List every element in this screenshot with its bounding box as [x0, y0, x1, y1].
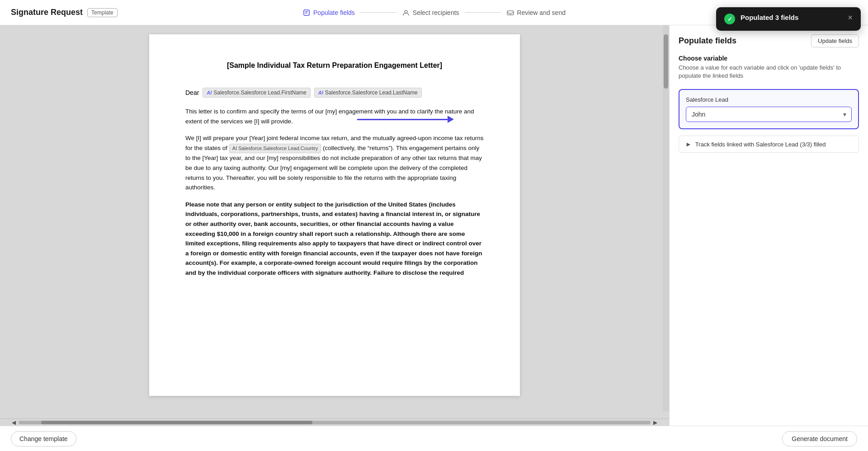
toast-content: Populated 3 fields [741, 14, 842, 21]
step-recipients[interactable]: Select recipients [402, 9, 459, 17]
toast-success-icon: ✓ [724, 14, 735, 24]
step-recipients-label: Select recipients [413, 9, 459, 16]
toast-close-button[interactable]: × [848, 14, 853, 22]
step-connector-2 [465, 12, 501, 13]
step-connector-1 [360, 12, 396, 13]
main: [Sample Individual Tax Return Preparatio… [0, 25, 868, 426]
document-area: [Sample Individual Tax Return Preparatio… [0, 25, 669, 426]
track-fields-text: Track fields linked with Salesforce Lead… [695, 141, 826, 148]
doc-scroll-container[interactable]: [Sample Individual Tax Return Preparatio… [0, 25, 669, 418]
para3-text: Please note that any person or entity su… [185, 201, 482, 276]
hscroll-thumb[interactable] [41, 421, 312, 424]
track-chevron-icon: ► [685, 141, 692, 148]
document-page: [Sample Individual Tax Return Preparatio… [149, 34, 520, 396]
template-badge: Template [87, 8, 118, 17]
svg-point-3 [405, 10, 407, 13]
doc-title: [Sample Individual Tax Return Preparatio… [185, 61, 484, 70]
toast-title: Populated 3 fields [741, 14, 842, 21]
hscroll-track[interactable] [19, 421, 651, 424]
ai-icon-lastname: AI [318, 90, 323, 95]
dear-label: Dear [185, 89, 199, 96]
vscroll-thumb[interactable] [664, 34, 668, 89]
field-firstname-label: Salesforce.Salesforce Lead.FirstName [213, 89, 306, 96]
choose-variable-title: Choose variable [679, 55, 859, 62]
toast-notification: ✓ Populated 3 fields × [716, 7, 861, 31]
step-populate-label: Populate fields [313, 9, 355, 16]
track-fields-row[interactable]: ► Track fields linked with Salesforce Le… [679, 136, 859, 153]
review-icon [506, 9, 514, 17]
horizontal-scrollbar[interactable]: ◀ ▶ [0, 418, 669, 426]
ai-icon-country: AI [232, 145, 237, 153]
choose-variable-desc: Choose a value for each variable and cli… [679, 64, 859, 80]
vertical-scrollbar[interactable] [663, 25, 669, 411]
doc-para-3: Please note that any person or entity su… [185, 200, 484, 278]
update-fields-button[interactable]: Update fields [811, 34, 859, 47]
step-review-label: Review and send [517, 9, 566, 16]
choose-variable-section: Choose variable Choose a value for each … [679, 55, 859, 80]
doc-para-2: We [I] will prepare your [Year] joint fe… [185, 133, 484, 193]
right-panel: Populate fields Update fields Choose var… [669, 25, 868, 426]
field-country-label: Salesforce.Salesforce Lead.Country [238, 145, 318, 153]
populate-icon [302, 9, 311, 17]
field-lastname-label: Salesforce.Salesforce Lead.LastName [325, 89, 418, 96]
doc-para-1: This letter is to confirm and specify th… [185, 107, 484, 126]
svg-rect-0 [304, 10, 309, 15]
field-chip-lastname: AI Salesforce.Salesforce Lead.LastName [314, 88, 422, 98]
hscroll-left-btn[interactable]: ◀ [9, 419, 19, 426]
generate-document-button[interactable]: Generate document [782, 431, 857, 446]
variable-box-salesforce: Salesforce Lead John [679, 89, 859, 129]
salesforce-select[interactable]: John [686, 107, 852, 122]
dear-line: Dear AI Salesforce.Salesforce Lead.First… [185, 88, 484, 98]
ai-icon-firstname: AI [207, 90, 212, 95]
footer: Change template Generate document [0, 426, 868, 451]
panel-title: Populate fields [679, 36, 736, 46]
app-title: Signature Request [11, 8, 83, 17]
salesforce-label: Salesforce Lead [686, 96, 852, 103]
header-steps: Populate fields Select recipients Review… [302, 9, 566, 17]
salesforce-select-wrapper: John [686, 107, 852, 122]
change-template-button[interactable]: Change template [11, 431, 76, 446]
header-left: Signature Request Template [11, 8, 118, 17]
panel-header: Populate fields Update fields [679, 34, 859, 47]
recipients-icon [402, 9, 410, 17]
step-populate[interactable]: Populate fields [302, 9, 355, 17]
hscroll-right-btn[interactable]: ▶ [651, 419, 660, 426]
field-chip-country: AI Salesforce.Salesforce Lead.Country [229, 144, 321, 154]
step-review[interactable]: Review and send [506, 9, 566, 17]
field-chip-firstname: AI Salesforce.Salesforce Lead.FirstName [203, 88, 310, 98]
